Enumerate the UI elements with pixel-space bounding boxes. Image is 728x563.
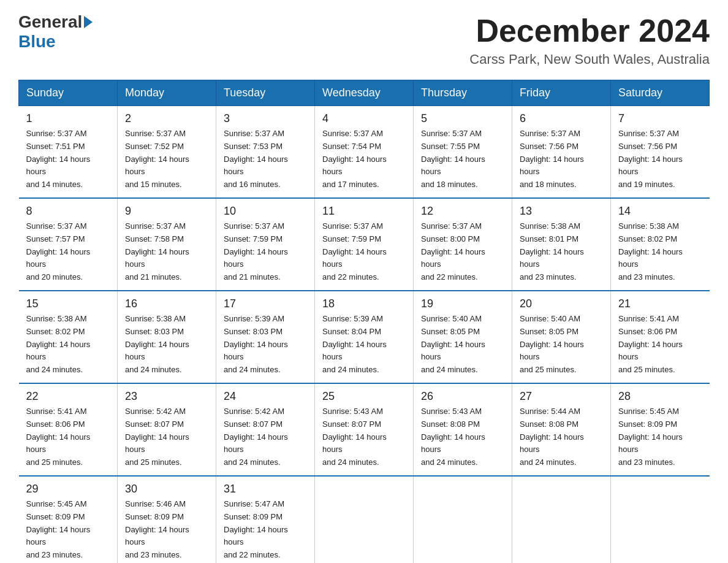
day-number: 6	[520, 112, 603, 125]
calendar-week-row: 8 Sunrise: 5:37 AMSunset: 7:57 PMDayligh…	[19, 198, 710, 291]
calendar-day-cell: 16 Sunrise: 5:38 AMSunset: 8:03 PMDaylig…	[118, 291, 216, 383]
calendar-day-cell: 18 Sunrise: 5:39 AMSunset: 8:04 PMDaylig…	[315, 291, 414, 383]
day-info: Sunrise: 5:47 AMSunset: 8:09 PMDaylight:…	[224, 498, 307, 562]
day-info: Sunrise: 5:44 AMSunset: 8:08 PMDaylight:…	[520, 405, 603, 469]
day-info: Sunrise: 5:39 AMSunset: 8:03 PMDaylight:…	[224, 313, 307, 377]
day-info: Sunrise: 5:37 AMSunset: 7:51 PMDaylight:…	[26, 128, 110, 191]
day-number: 15	[26, 297, 110, 310]
day-of-week-header: Tuesday	[216, 80, 315, 106]
calendar-week-row: 22 Sunrise: 5:41 AMSunset: 8:06 PMDaylig…	[19, 383, 710, 476]
day-info: Sunrise: 5:38 AMSunset: 8:01 PMDaylight:…	[520, 220, 603, 284]
calendar-day-cell: 28 Sunrise: 5:45 AMSunset: 8:09 PMDaylig…	[611, 383, 710, 476]
day-info: Sunrise: 5:37 AMSunset: 7:56 PMDaylight:…	[618, 128, 702, 191]
day-info: Sunrise: 5:37 AMSunset: 7:54 PMDaylight:…	[322, 128, 406, 191]
day-info: Sunrise: 5:37 AMSunset: 7:53 PMDaylight:…	[224, 128, 307, 191]
calendar-day-cell: 25 Sunrise: 5:43 AMSunset: 8:07 PMDaylig…	[315, 383, 414, 476]
calendar-week-row: 1 Sunrise: 5:37 AMSunset: 7:51 PMDayligh…	[19, 106, 710, 198]
month-title: December 2024	[469, 12, 710, 49]
day-number: 9	[125, 205, 208, 218]
day-of-week-header: Saturday	[611, 80, 710, 106]
day-number: 8	[26, 205, 110, 218]
day-number: 31	[224, 483, 307, 496]
day-number: 16	[125, 297, 208, 310]
calendar-day-cell: 20 Sunrise: 5:40 AMSunset: 8:05 PMDaylig…	[512, 291, 611, 383]
day-number: 25	[322, 390, 406, 403]
calendar-day-cell: 27 Sunrise: 5:44 AMSunset: 8:08 PMDaylig…	[512, 383, 611, 476]
day-number: 18	[322, 297, 406, 310]
day-info: Sunrise: 5:38 AMSunset: 8:02 PMDaylight:…	[618, 220, 702, 284]
calendar-day-cell: 13 Sunrise: 5:38 AMSunset: 8:01 PMDaylig…	[512, 198, 611, 291]
logo-blue-text: Blue	[18, 32, 56, 52]
day-number: 10	[224, 205, 307, 218]
calendar-day-cell: 10 Sunrise: 5:37 AMSunset: 7:59 PMDaylig…	[216, 198, 315, 291]
day-info: Sunrise: 5:40 AMSunset: 8:05 PMDaylight:…	[520, 313, 603, 377]
day-info: Sunrise: 5:43 AMSunset: 8:07 PMDaylight:…	[322, 405, 406, 469]
calendar-day-cell: 29 Sunrise: 5:45 AMSunset: 8:09 PMDaylig…	[19, 476, 118, 563]
calendar-week-row: 15 Sunrise: 5:38 AMSunset: 8:02 PMDaylig…	[19, 291, 710, 383]
calendar-table: SundayMondayTuesdayWednesdayThursdayFrid…	[18, 80, 710, 563]
calendar-day-cell: 15 Sunrise: 5:38 AMSunset: 8:02 PMDaylig…	[19, 291, 118, 383]
calendar-day-cell: 23 Sunrise: 5:42 AMSunset: 8:07 PMDaylig…	[118, 383, 216, 476]
day-number: 3	[224, 112, 307, 125]
calendar-day-cell: 22 Sunrise: 5:41 AMSunset: 8:06 PMDaylig…	[19, 383, 118, 476]
day-info: Sunrise: 5:38 AMSunset: 8:02 PMDaylight:…	[26, 313, 110, 377]
day-number: 4	[322, 112, 406, 125]
day-number: 24	[224, 390, 307, 403]
day-info: Sunrise: 5:37 AMSunset: 7:58 PMDaylight:…	[125, 220, 208, 284]
calendar-week-row: 29 Sunrise: 5:45 AMSunset: 8:09 PMDaylig…	[19, 476, 710, 563]
day-number: 21	[618, 297, 702, 310]
day-info: Sunrise: 5:40 AMSunset: 8:05 PMDaylight:…	[421, 313, 504, 377]
calendar-day-cell: 26 Sunrise: 5:43 AMSunset: 8:08 PMDaylig…	[414, 383, 512, 476]
day-number: 20	[520, 297, 603, 310]
day-info: Sunrise: 5:41 AMSunset: 8:06 PMDaylight:…	[26, 405, 110, 469]
day-number: 2	[125, 112, 208, 125]
day-number: 22	[26, 390, 110, 403]
calendar-day-cell: 21 Sunrise: 5:41 AMSunset: 8:06 PMDaylig…	[611, 291, 710, 383]
page-header: General Blue December 2024 Carss Park, N…	[18, 12, 710, 67]
calendar-day-cell: 31 Sunrise: 5:47 AMSunset: 8:09 PMDaylig…	[216, 476, 315, 563]
calendar-day-cell: 4 Sunrise: 5:37 AMSunset: 7:54 PMDayligh…	[315, 106, 414, 198]
calendar-day-cell: 12 Sunrise: 5:37 AMSunset: 8:00 PMDaylig…	[414, 198, 512, 291]
day-info: Sunrise: 5:41 AMSunset: 8:06 PMDaylight:…	[618, 313, 702, 377]
day-info: Sunrise: 5:42 AMSunset: 8:07 PMDaylight:…	[224, 405, 307, 469]
day-number: 30	[125, 483, 208, 496]
calendar-day-cell	[315, 476, 414, 563]
day-info: Sunrise: 5:38 AMSunset: 8:03 PMDaylight:…	[125, 313, 208, 377]
calendar-day-cell: 9 Sunrise: 5:37 AMSunset: 7:58 PMDayligh…	[118, 198, 216, 291]
calendar-day-cell: 6 Sunrise: 5:37 AMSunset: 7:56 PMDayligh…	[512, 106, 611, 198]
day-number: 29	[26, 483, 110, 496]
calendar-day-cell: 1 Sunrise: 5:37 AMSunset: 7:51 PMDayligh…	[19, 106, 118, 198]
day-info: Sunrise: 5:37 AMSunset: 7:59 PMDaylight:…	[322, 220, 406, 284]
logo-general-text: General	[18, 12, 82, 32]
day-number: 13	[520, 205, 603, 218]
day-of-week-header: Monday	[118, 80, 216, 106]
day-of-week-header: Thursday	[414, 80, 512, 106]
day-info: Sunrise: 5:42 AMSunset: 8:07 PMDaylight:…	[125, 405, 208, 469]
day-info: Sunrise: 5:37 AMSunset: 8:00 PMDaylight:…	[421, 220, 504, 284]
calendar-header-row: SundayMondayTuesdayWednesdayThursdayFrid…	[19, 80, 710, 106]
calendar-day-cell: 8 Sunrise: 5:37 AMSunset: 7:57 PMDayligh…	[19, 198, 118, 291]
calendar-day-cell: 14 Sunrise: 5:38 AMSunset: 8:02 PMDaylig…	[611, 198, 710, 291]
day-info: Sunrise: 5:45 AMSunset: 8:09 PMDaylight:…	[618, 405, 702, 469]
logo: General Blue	[18, 12, 94, 52]
day-info: Sunrise: 5:43 AMSunset: 8:08 PMDaylight:…	[421, 405, 504, 469]
calendar-day-cell: 11 Sunrise: 5:37 AMSunset: 7:59 PMDaylig…	[315, 198, 414, 291]
day-number: 17	[224, 297, 307, 310]
day-of-week-header: Wednesday	[315, 80, 414, 106]
day-info: Sunrise: 5:37 AMSunset: 7:55 PMDaylight:…	[421, 128, 504, 191]
calendar-day-cell: 24 Sunrise: 5:42 AMSunset: 8:07 PMDaylig…	[216, 383, 315, 476]
day-of-week-header: Sunday	[19, 80, 118, 106]
title-section: December 2024 Carss Park, New South Wale…	[469, 12, 710, 67]
calendar-day-cell: 2 Sunrise: 5:37 AMSunset: 7:52 PMDayligh…	[118, 106, 216, 198]
day-number: 7	[618, 112, 702, 125]
day-number: 27	[520, 390, 603, 403]
calendar-day-cell	[512, 476, 611, 563]
day-number: 12	[421, 205, 504, 218]
day-info: Sunrise: 5:39 AMSunset: 8:04 PMDaylight:…	[322, 313, 406, 377]
day-number: 11	[322, 205, 406, 218]
day-info: Sunrise: 5:37 AMSunset: 7:59 PMDaylight:…	[224, 220, 307, 284]
calendar-day-cell: 17 Sunrise: 5:39 AMSunset: 8:03 PMDaylig…	[216, 291, 315, 383]
calendar-day-cell: 3 Sunrise: 5:37 AMSunset: 7:53 PMDayligh…	[216, 106, 315, 198]
day-number: 5	[421, 112, 504, 125]
logo-arrow-icon	[84, 16, 93, 28]
